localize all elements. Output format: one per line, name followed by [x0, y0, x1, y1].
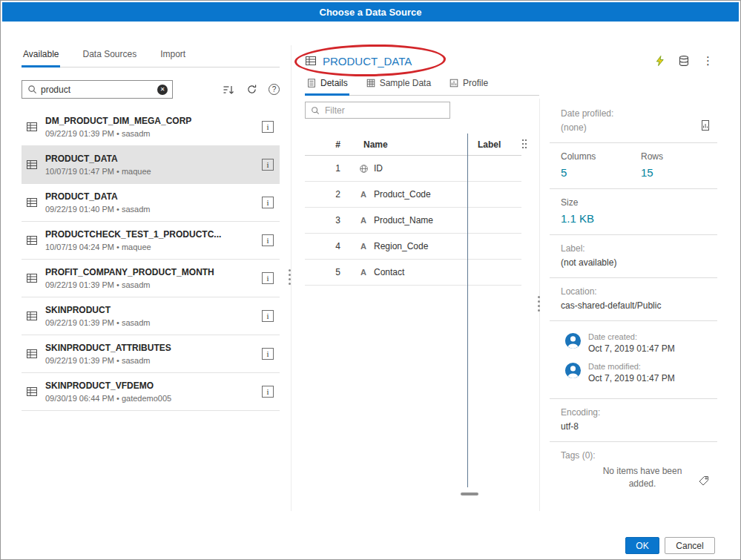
column-settings-icon[interactable] — [521, 139, 527, 149]
date-modified-row: Date modified: Oct 7, 2019 01:47 PM — [561, 359, 714, 389]
item-meta: 09/30/19 06:44 PM • gatedemo005 — [45, 394, 254, 403]
column-name: Product_Code — [374, 189, 431, 200]
location-section: Location: cas-shared-default/Public — [550, 278, 717, 321]
column-row: 4 A Region_Code — [305, 234, 521, 260]
tab-details[interactable]: Details — [305, 74, 349, 96]
table-icon — [305, 55, 317, 67]
data-cache-icon[interactable] — [678, 55, 690, 67]
tab-available[interactable]: Available — [22, 44, 60, 67]
column-name: Region_Code — [374, 241, 428, 251]
detail-header: PRODUCT_DATA ⋮ — [305, 48, 714, 73]
lightning-icon[interactable] — [653, 55, 665, 67]
tab-sample-data[interactable]: Sample Data — [364, 74, 432, 96]
splitter-handle-right[interactable] — [536, 294, 541, 313]
info-icon[interactable]: i — [262, 386, 274, 398]
item-name: PRODUCT_DATA — [45, 191, 254, 202]
column-row: 3 A Product_Name — [305, 208, 521, 234]
table-icon — [26, 272, 38, 284]
encoding-value: utf-8 — [561, 421, 714, 432]
more-options-icon[interactable]: ⋮ — [702, 55, 714, 67]
horizontal-scrollbar-thumb[interactable] — [461, 493, 478, 495]
character-type-icon: A — [358, 215, 369, 225]
ok-button[interactable]: OK — [625, 537, 659, 554]
details-icon — [306, 78, 317, 88]
column-number: 1 — [305, 163, 355, 174]
info-icon[interactable]: i — [262, 348, 274, 360]
header-number: # — [305, 139, 355, 150]
header-label: Label — [464, 139, 521, 150]
item-texts: PRODUCTCHECK_TEST_1_PRODUCTC... 10/07/19… — [45, 229, 254, 251]
list-item[interactable]: SKINPRODUCT_ATTRIBUTES 09/22/19 01:39 PM… — [22, 335, 280, 373]
item-name: DM_PRODUCT_DIM_MEGA_CORP — [45, 116, 254, 126]
run-profile-icon[interactable] — [699, 119, 711, 131]
refresh-icon[interactable] — [246, 84, 257, 96]
tab-import[interactable]: Import — [159, 44, 187, 67]
date-modified-texts: Date modified: Oct 7, 2019 01:47 PM — [588, 362, 675, 383]
filter-input[interactable] — [325, 105, 445, 116]
info-icon[interactable]: i — [262, 159, 274, 171]
item-name: PRODUCT_DATA — [45, 154, 254, 164]
search-box[interactable]: ✕ — [22, 80, 173, 99]
help-icon[interactable]: ? — [269, 84, 280, 95]
column-number: 5 — [305, 267, 355, 277]
list-item[interactable]: PROFIT_COMPANY_PRODUCT_MONTH 09/22/19 01… — [22, 260, 280, 297]
info-icon[interactable]: i — [262, 197, 274, 208]
info-icon[interactable]: i — [262, 234, 274, 246]
detail-title: PRODUCT_DATA — [323, 55, 412, 67]
item-texts: SKINPRODUCT 09/22/19 01:39 PM • sasadm — [45, 305, 254, 327]
tab-profile[interactable]: Profile — [447, 74, 490, 96]
sort-icon[interactable] — [223, 84, 234, 96]
cancel-button[interactable]: Cancel — [665, 537, 715, 554]
label-label: Label: — [561, 243, 714, 254]
item-texts: PRODUCT_DATA 10/07/19 01:47 PM • maquee — [45, 154, 254, 176]
encoding-section: Encoding: utf-8 — [550, 399, 717, 442]
data-source-list: DM_PRODUCT_DIM_MEGA_CORP 09/22/19 01:39 … — [22, 108, 280, 411]
column-name-cell: ID — [355, 163, 464, 174]
search-input[interactable] — [41, 85, 154, 95]
info-icon[interactable]: i — [262, 272, 274, 284]
detail-title-wrap: PRODUCT_DATA — [305, 55, 412, 67]
info-icon[interactable]: i — [262, 310, 274, 322]
info-icon[interactable]: i — [262, 121, 274, 133]
date-created-texts: Date created: Oct 7, 2019 01:47 PM — [588, 332, 675, 354]
item-name: SKINPRODUCT_VFDEMO — [45, 381, 254, 391]
filter-box[interactable] — [305, 102, 450, 119]
tab-label: Profile — [463, 78, 488, 88]
column-row: 5 A Contact — [305, 260, 521, 286]
label-value: (not available) — [561, 257, 714, 268]
table-icon — [26, 121, 38, 133]
table-header-row: # Name Label — [305, 134, 521, 156]
column-number: 2 — [305, 189, 355, 200]
list-item-selected[interactable]: PRODUCT_DATA 10/07/19 01:47 PM • maquee … — [22, 146, 280, 184]
globe-type-icon — [358, 163, 369, 174]
date-profiled-label: Date profiled: — [561, 108, 714, 119]
header-name-label: Name — [363, 139, 388, 150]
item-meta: 09/22/19 01:40 PM • sasadm — [45, 205, 254, 214]
tab-data-sources[interactable]: Data Sources — [81, 44, 138, 67]
filter-search-icon — [310, 105, 320, 116]
columns-table-area: # Name Label 1 ID 2 — [305, 102, 539, 502]
list-item[interactable]: PRODUCT_DATA 09/22/19 01:40 PM • sasadm … — [22, 184, 280, 222]
list-item[interactable]: DM_PRODUCT_DIM_MEGA_CORP 09/22/19 01:39 … — [22, 108, 280, 146]
date-profiled-section: Date profiled: (none) — [550, 100, 717, 143]
columns-rows-section: Columns 5 Rows 15 — [550, 143, 717, 189]
table-icon — [26, 159, 38, 171]
item-texts: PRODUCT_DATA 09/22/19 01:40 PM • sasadm — [45, 191, 254, 214]
detail-tabs: Details Sample Data Profile — [305, 74, 539, 96]
column-name-cell: A Region_Code — [355, 241, 464, 251]
columns-value: 5 — [561, 166, 641, 179]
date-created-value: Oct 7, 2019 01:47 PM — [588, 343, 675, 354]
clear-search-icon[interactable]: ✕ — [157, 85, 168, 95]
tab-label: Details — [320, 78, 348, 88]
list-item[interactable]: PRODUCTCHECK_TEST_1_PRODUCTC... 10/07/19… — [22, 222, 280, 260]
dialog-footer: OK Cancel — [625, 537, 715, 554]
list-item[interactable]: SKINPRODUCT_VFDEMO 09/30/19 06:44 PM • g… — [22, 373, 280, 411]
rows-value: 15 — [641, 166, 663, 179]
table-info-panel: Date profiled: (none) Columns 5 Rows 15 … — [550, 100, 717, 501]
date-created-row: Date created: Oct 7, 2019 01:47 PM — [561, 329, 714, 359]
item-meta: 09/22/19 01:39 PM • sasadm — [45, 129, 254, 138]
list-item[interactable]: SKINPRODUCT 09/22/19 01:39 PM • sasadm i — [22, 297, 280, 335]
splitter-handle-left[interactable] — [287, 268, 292, 286]
label-section: Label: (not available) — [550, 235, 717, 278]
item-texts: SKINPRODUCT_VFDEMO 09/30/19 06:44 PM • g… — [45, 381, 254, 403]
